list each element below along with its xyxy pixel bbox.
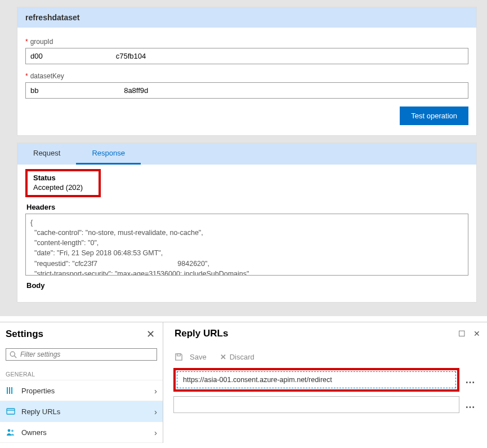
chevron-right-icon: › — [154, 386, 157, 396]
body-label: Body — [26, 281, 468, 290]
nav-item-label: Properties — [21, 387, 55, 395]
tab-request[interactable]: Request — [17, 143, 76, 165]
required-star-icon: * — [25, 38, 28, 46]
discard-icon: ✕ — [220, 353, 226, 361]
datasetkey-label: *datasetKey — [25, 72, 468, 80]
result-card: Request Response Status Accepted (202) H… — [17, 143, 477, 303]
settings-search-input[interactable] — [20, 351, 153, 358]
settings-search[interactable] — [6, 348, 157, 361]
svg-rect-4 — [11, 387, 12, 394]
required-star-icon: * — [25, 72, 28, 80]
reply-urls-pane: Reply URLs ☐ ✕ Save ✕ Discard … — [163, 322, 487, 443]
owners-icon — [6, 427, 16, 437]
datasetkey-input[interactable] — [25, 82, 468, 99]
svg-rect-5 — [7, 409, 15, 414]
result-tabs: Request Response — [17, 143, 476, 165]
headers-label: Headers — [26, 203, 468, 211]
bottom-split: Settings ✕ GENERAL Properties › Reply UR… — [0, 322, 487, 443]
settings-pane: Settings ✕ GENERAL Properties › Reply UR… — [0, 322, 163, 443]
svg-point-7 — [8, 429, 11, 432]
url-highlight — [173, 368, 459, 392]
reply-toolbar: Save ✕ Discard — [173, 343, 481, 368]
settings-group-general: GENERAL — [0, 367, 163, 380]
save-icon — [175, 353, 186, 361]
maximize-icon[interactable]: ☐ — [458, 329, 466, 338]
headers-textarea[interactable]: { "cache-control": "no-store, must-reval… — [25, 214, 468, 276]
operation-title: refreshdataset — [17, 7, 476, 28]
svg-rect-2 — [7, 387, 8, 394]
reply-url-row-1: … — [173, 368, 481, 392]
svg-rect-9 — [177, 354, 181, 356]
row-menu-button[interactable]: … — [459, 399, 481, 411]
row-menu-button[interactable]: … — [459, 374, 481, 386]
reply-urls-title: Reply URLs — [175, 328, 453, 339]
reply-urls-icon — [6, 406, 16, 416]
test-operation-button[interactable]: Test operation — [400, 107, 468, 125]
status-label: Status — [33, 174, 83, 182]
properties-icon — [6, 385, 16, 396]
svg-rect-3 — [9, 387, 10, 394]
api-test-panel: refreshdataset *groupId *datasetKey Test… — [0, 0, 487, 316]
close-icon[interactable]: ✕ — [146, 328, 155, 340]
svg-line-1 — [15, 356, 17, 358]
nav-item-label: Owners — [21, 428, 47, 437]
tab-response[interactable]: Response — [76, 143, 141, 165]
status-value: Accepted (202) — [33, 183, 83, 192]
nav-item-reply-urls[interactable]: Reply URLs › — [0, 401, 163, 422]
svg-point-8 — [11, 430, 14, 432]
nav-item-label: Reply URLs — [21, 407, 60, 416]
save-button[interactable]: Save — [175, 353, 207, 361]
groupid-label: *groupId — [25, 38, 468, 46]
search-icon — [10, 351, 17, 358]
chevron-right-icon: › — [154, 428, 157, 437]
status-highlight: Status Accepted (202) — [25, 169, 101, 197]
operation-form: *groupId *datasetKey Test operation — [17, 28, 476, 135]
reply-url-row-2: … — [173, 396, 481, 413]
save-label: Save — [190, 353, 207, 361]
discard-button[interactable]: ✕ Discard — [220, 353, 254, 361]
nav-item-owners[interactable]: Owners › — [0, 422, 163, 443]
reply-url-input-2[interactable] — [173, 396, 459, 413]
datasetkey-label-text: datasetKey — [30, 72, 64, 80]
close-icon[interactable]: ✕ — [473, 329, 480, 338]
svg-point-0 — [10, 352, 15, 356]
discard-label: Discard — [230, 353, 254, 361]
reply-url-input-1[interactable] — [177, 371, 456, 388]
operation-card: refreshdataset *groupId *datasetKey Test… — [17, 7, 477, 136]
pane-window-controls: ☐ ✕ — [453, 329, 480, 339]
nav-item-properties[interactable]: Properties › — [0, 380, 163, 401]
settings-title: Settings — [6, 329, 43, 340]
chevron-right-icon: › — [154, 407, 157, 416]
groupid-input[interactable] — [25, 48, 468, 64]
groupid-label-text: groupId — [30, 38, 53, 46]
